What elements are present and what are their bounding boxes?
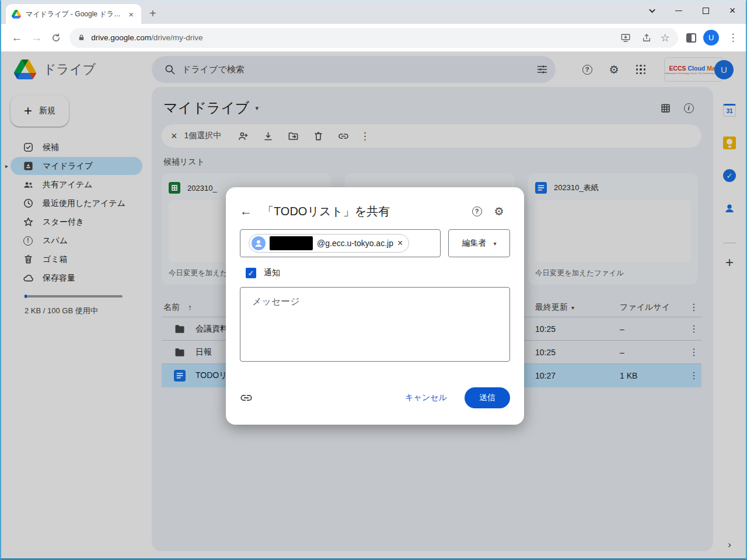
- share-icon[interactable]: [639, 33, 654, 43]
- browser-window: マイドライブ - Google ドライブ × + × ← → drive.goo…: [0, 0, 747, 560]
- minimize-button[interactable]: [665, 1, 692, 20]
- browser-toolbar: ← → drive.google.com/drive/my-drive ☆ U …: [1, 24, 746, 52]
- close-window-button[interactable]: ×: [719, 1, 746, 20]
- send-button[interactable]: 送信: [465, 387, 510, 408]
- maximize-button[interactable]: [692, 1, 719, 20]
- dialog-settings-gear-icon[interactable]: ⚙: [488, 205, 510, 218]
- role-value: 編集者: [462, 238, 486, 249]
- forward-icon[interactable]: →: [27, 28, 47, 48]
- dialog-back-icon[interactable]: ←: [240, 204, 256, 218]
- redacted-email-user: [270, 236, 313, 250]
- drive-favicon: [12, 10, 21, 19]
- side-panel-icon[interactable]: [686, 33, 697, 43]
- browser-tab[interactable]: マイドライブ - Google ドライブ ×: [6, 4, 141, 24]
- drive-app: ドライブ ドライブで検索 ? ⚙ ECCS Cloud Mail Informa…: [1, 52, 746, 560]
- browser-menu-icon[interactable]: ⋮: [726, 32, 740, 44]
- message-textarea[interactable]: メッセージ: [240, 287, 510, 362]
- notify-label: 通知: [264, 268, 280, 278]
- url-text: drive.google.com/drive/my-drive: [91, 33, 203, 42]
- reload-icon[interactable]: [47, 28, 67, 48]
- recipient-avatar-icon: [252, 236, 266, 250]
- recipient-email-domain: @g.ecc.u-tokyo.ac.jp: [317, 239, 393, 248]
- cancel-button[interactable]: キャンセル: [405, 393, 447, 403]
- url-path: /drive/my-drive: [151, 33, 203, 42]
- install-app-icon[interactable]: [618, 33, 633, 43]
- message-placeholder: メッセージ: [252, 296, 300, 306]
- tab-bar: マイドライブ - Google ドライブ × + ×: [1, 1, 746, 24]
- tab-title: マイドライブ - Google ドライブ: [26, 9, 122, 19]
- url-domain: drive.google.com: [91, 33, 151, 42]
- bookmark-star-icon[interactable]: ☆: [660, 32, 669, 44]
- dialog-help-icon[interactable]: ?: [466, 206, 488, 216]
- back-icon[interactable]: ←: [7, 28, 27, 48]
- dialog-title: 「TODOリスト」を共有: [262, 204, 390, 219]
- lock-icon[interactable]: [78, 34, 85, 41]
- recipient-chip[interactable]: @g.ecc.u-tokyo.ac.jp ×: [249, 234, 409, 253]
- role-caret-icon: ▾: [493, 240, 496, 247]
- recipient-input[interactable]: @g.ecc.u-tokyo.ac.jp ×: [240, 229, 441, 257]
- new-tab-button[interactable]: +: [149, 7, 156, 20]
- notify-checkbox[interactable]: ✓: [246, 268, 256, 278]
- remove-recipient-icon[interactable]: ×: [397, 238, 403, 249]
- copy-link-icon[interactable]: [240, 387, 263, 408]
- address-bar[interactable]: drive.google.com/drive/my-drive ☆: [69, 28, 678, 48]
- tab-close-icon[interactable]: ×: [127, 9, 135, 19]
- share-dialog: ← 「TODOリスト」を共有 ? ⚙ @g.ecc.u-tokyo.ac.jp …: [226, 187, 524, 425]
- role-dropdown[interactable]: 編集者 ▾: [448, 229, 510, 257]
- tab-search-icon[interactable]: [638, 1, 665, 20]
- browser-avatar[interactable]: U: [703, 30, 719, 46]
